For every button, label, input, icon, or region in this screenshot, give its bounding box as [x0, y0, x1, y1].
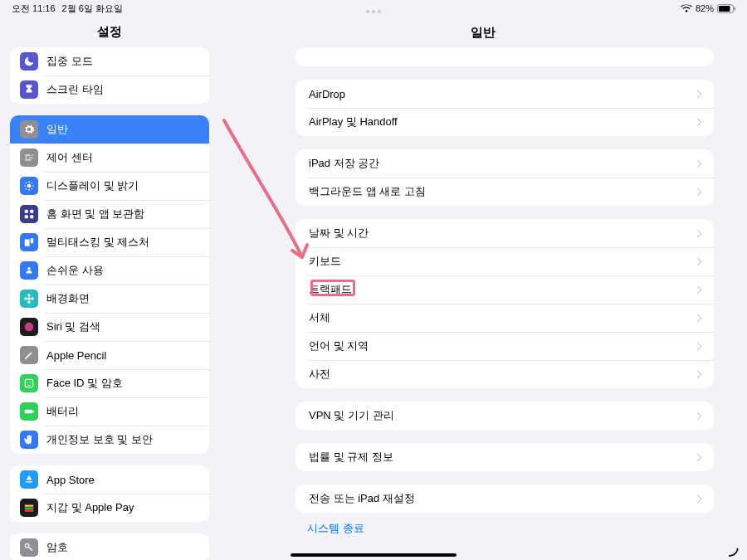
- display-icon: [20, 177, 38, 195]
- detail-item-label: 백그라운드 앱 새로 고침: [309, 184, 695, 199]
- svg-rect-22: [25, 505, 34, 507]
- sidebar-title: 설정: [0, 17, 219, 47]
- detail-row-previous[interactable]: [295, 48, 714, 66]
- svg-rect-5: [30, 210, 33, 213]
- sidebar-item-passwords[interactable]: 암호: [10, 533, 209, 560]
- status-time: 오전 11:16: [12, 2, 56, 15]
- svg-point-15: [31, 297, 34, 300]
- detail-item-airdrop[interactable]: AirDrop: [295, 80, 714, 108]
- chevron-right-icon: [694, 90, 702, 98]
- detail-item-label: 서체: [309, 310, 695, 325]
- sidebar-item-label: 지갑 및 Apple Pay: [46, 500, 199, 515]
- sidebar-item-wallpaper[interactable]: 배경화면: [10, 285, 209, 313]
- sidebar-item-privacy[interactable]: 개인정보 보호 및 보안: [10, 426, 209, 454]
- wallet-icon: [20, 499, 38, 517]
- faceid-icon: [20, 374, 38, 392]
- svg-rect-1: [719, 6, 730, 12]
- sidebar-item-access[interactable]: 손쉬운 사용: [10, 256, 209, 285]
- sidebar-item-label: 제어 센터: [46, 150, 199, 165]
- sidebar-item-label: 디스플레이 및 밝기: [46, 178, 199, 193]
- svg-point-10: [27, 267, 31, 270]
- chevron-right-icon: [694, 453, 702, 461]
- detail-item-airplay[interactable]: AirPlay 및 Handoff: [295, 108, 714, 136]
- multitask-handle[interactable]: [366, 3, 381, 20]
- svg-point-19: [30, 382, 31, 382]
- sidebar-item-label: 배터리: [46, 404, 199, 419]
- sidebar-item-screentime[interactable]: 스크린 타임: [10, 75, 209, 104]
- detail-item-lang[interactable]: 언어 및 지역: [295, 332, 714, 360]
- chevron-right-icon: [694, 411, 702, 420]
- pencil-icon: [20, 346, 38, 364]
- detail-item-label: 키보드: [309, 254, 695, 269]
- appstore-icon: [20, 470, 38, 489]
- siri-icon: [20, 318, 38, 336]
- detail-item-label: 트랙패드: [309, 282, 695, 297]
- chevron-right-icon: [694, 187, 702, 196]
- sidebar-item-label: App Store: [46, 474, 199, 486]
- detail-item-label: VPN 및 기기 관리: [309, 408, 695, 423]
- detail-item-legal[interactable]: 법률 및 규제 정보: [295, 443, 714, 471]
- chevron-right-icon: [694, 257, 702, 265]
- sidebar-item-siri[interactable]: Siri 및 검색: [10, 313, 209, 341]
- detail-item-label: 전송 또는 iPad 재설정: [309, 491, 695, 506]
- chevron-right-icon: [694, 285, 702, 294]
- home-icon: [20, 205, 38, 223]
- detail-item-dict[interactable]: 사전: [295, 360, 714, 388]
- home-indicator[interactable]: [290, 553, 456, 557]
- svg-rect-2: [735, 7, 736, 10]
- access-icon: [20, 261, 38, 280]
- screentime-icon: [20, 80, 38, 99]
- svg-rect-20: [25, 410, 32, 414]
- battery-icon: [20, 402, 38, 421]
- detail-footer-shutdown[interactable]: 시스템 종료: [219, 513, 747, 541]
- wifi-icon: [681, 4, 692, 12]
- sidebar-item-label: Face ID 및 암호: [46, 376, 199, 391]
- sidebar-item-display[interactable]: 디스플레이 및 밝기: [10, 172, 209, 200]
- detail-item-reset[interactable]: 전송 또는 iPad 재설정: [295, 485, 714, 513]
- detail-item-trackpad[interactable]: 트랙패드: [295, 275, 714, 304]
- detail-item-label: iPad 저장 공간: [309, 156, 695, 171]
- svg-point-18: [27, 382, 28, 382]
- sidebar-item-label: Apple Pencil: [46, 349, 199, 362]
- svg-point-14: [24, 297, 27, 300]
- sidebar-item-label: 손쉬운 사용: [46, 263, 199, 278]
- settings-sidebar: 설정 집중 모드스크린 타임일반제어 센터디스플레이 및 밝기홈 화면 및 앱 …: [0, 17, 219, 560]
- general-icon: [20, 120, 38, 139]
- svg-point-11: [27, 297, 31, 300]
- sidebar-item-label: 일반: [46, 122, 199, 137]
- svg-rect-17: [25, 379, 32, 387]
- chevron-right-icon: [694, 314, 702, 322]
- multi-icon: [20, 233, 38, 251]
- sidebar-item-faceid[interactable]: Face ID 및 암호: [10, 369, 209, 397]
- sidebar-item-pencil[interactable]: Apple Pencil: [10, 341, 209, 369]
- sidebar-item-wallet[interactable]: 지갑 및 Apple Pay: [10, 494, 209, 522]
- sidebar-item-multi[interactable]: 멀티태스킹 및 제스처: [10, 228, 209, 256]
- detail-item-label: 사전: [309, 367, 695, 382]
- detail-item-label: AirDrop: [309, 88, 695, 100]
- sidebar-item-battery[interactable]: 배터리: [10, 397, 209, 426]
- status-date: 2월 6일 화요일: [62, 2, 123, 15]
- svg-rect-23: [25, 508, 34, 509]
- sidebar-item-appstore[interactable]: App Store: [10, 465, 209, 494]
- detail-item-keyboard[interactable]: 키보드: [295, 247, 714, 275]
- detail-item-label: 법률 및 규제 정보: [309, 450, 695, 465]
- detail-item-fonts[interactable]: 서체: [295, 304, 714, 332]
- sidebar-item-control[interactable]: 제어 센터: [10, 144, 209, 172]
- detail-item-storage[interactable]: iPad 저장 공간: [295, 149, 714, 178]
- detail-item-datetime[interactable]: 날짜 및 시간: [295, 219, 714, 247]
- svg-point-12: [27, 294, 31, 297]
- chevron-right-icon: [694, 494, 702, 503]
- svg-rect-8: [25, 240, 30, 246]
- detail-item-bgrefresh[interactable]: 백그라운드 앱 새로 고침: [295, 178, 714, 206]
- detail-item-vpn[interactable]: VPN 및 기기 관리: [295, 402, 714, 430]
- control-icon: [20, 149, 38, 167]
- sidebar-item-label: 암호: [46, 540, 199, 555]
- sidebar-item-focus[interactable]: 집중 모드: [10, 47, 209, 75]
- sidebar-item-home[interactable]: 홈 화면 및 앱 보관함: [10, 200, 209, 228]
- svg-rect-4: [25, 210, 28, 213]
- status-battery: 82%: [696, 3, 714, 13]
- focus-icon: [20, 52, 38, 71]
- svg-rect-7: [30, 215, 33, 218]
- sidebar-item-general[interactable]: 일반: [10, 115, 209, 144]
- sidebar-item-label: 멀티태스킹 및 제스처: [46, 235, 199, 250]
